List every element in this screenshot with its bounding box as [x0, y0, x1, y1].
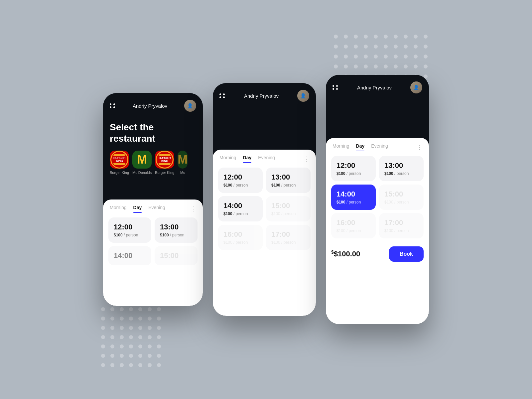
menu-icon[interactable]: [219, 93, 225, 98]
avatar-image: 👤: [410, 81, 422, 93]
time-slot[interactable]: 13:00 $100 / person: [155, 217, 198, 243]
avatar[interactable]: 👤: [297, 90, 309, 102]
time-slot[interactable]: 13:00 $100 / person: [266, 168, 311, 193]
phone-1: Andriy Pryvalov 👤 Select therestaurant B…: [103, 93, 203, 306]
time-slot[interactable]: 14:00 $100 / person: [218, 196, 263, 221]
time-slot[interactable]: 12:00 $100 / person: [108, 217, 151, 243]
time-tabs-3: Morning Day Evening ⋮: [326, 138, 429, 151]
more-options-icon[interactable]: ⋮: [303, 155, 309, 163]
time-slot-selected[interactable]: 14:00 $100 / person: [331, 185, 376, 210]
phone-3: Andriy Pryvalov 👤 Morning Day Evening ⋮ …: [326, 75, 429, 324]
time-slot[interactable]: 12:00 $100 / person: [331, 156, 376, 181]
tab-morning[interactable]: Morning: [332, 143, 349, 151]
tab-morning[interactable]: Morning: [110, 205, 127, 213]
time-grid-3: 12:00 $100 / person 13:00 $100 / person …: [326, 151, 429, 243]
restaurant-name: Mc Donalds: [132, 171, 152, 175]
tab-morning[interactable]: Morning: [219, 155, 236, 163]
restaurant-list: BURGERKING Burger King M Mc Donalds: [103, 149, 203, 180]
mc-logo: M: [132, 151, 152, 169]
tab-day[interactable]: Day: [356, 143, 365, 151]
time-slot-dimmed[interactable]: 16:00 $100 / person: [331, 213, 376, 238]
avatar[interactable]: 👤: [184, 100, 196, 112]
time-grid-2: 12:00 $100 / person 13:00 $100 / person …: [213, 163, 316, 255]
time-tabs: Morning Day Evening ⋮: [103, 200, 203, 213]
time-slot-dimmed[interactable]: 15:00: [155, 246, 198, 265]
restaurant-name: Burger King: [155, 171, 174, 175]
menu-icon[interactable]: [332, 85, 338, 90]
page-title: Select therestaurant: [103, 115, 203, 149]
restaurant-item[interactable]: BURGERKING Burger King: [110, 151, 129, 175]
avatar-image: 👤: [297, 90, 309, 102]
bk-logo: BURGERKING: [110, 151, 129, 169]
phone-2: Andriy Pryvalov 👤 Morning Day Evening ⋮ …: [213, 83, 316, 316]
header-username: Andriy Pryvalov: [244, 93, 279, 99]
restaurant-item[interactable]: BURGERKING Burger King: [155, 151, 174, 175]
restaurant-name: Burger King: [110, 171, 129, 175]
time-slot-dimmed[interactable]: 17:00 $100 / person: [266, 225, 311, 250]
tab-evening[interactable]: Evening: [148, 205, 165, 213]
bk-logo-2: BURGERKING: [155, 151, 174, 169]
avatar[interactable]: 👤: [410, 81, 422, 93]
mc-logo-partial: M: [178, 151, 188, 169]
phone-2-header: Andriy Pryvalov 👤: [213, 83, 316, 105]
time-slot[interactable]: 12:00 $100 / person: [218, 168, 263, 193]
booking-card-2: Morning Day Evening ⋮ 12:00 $100 / perso…: [213, 150, 316, 316]
time-slot-dimmed[interactable]: 17:00 $100 / person: [379, 213, 424, 238]
tab-day[interactable]: Day: [133, 205, 142, 213]
restaurant-name: Mc: [180, 171, 185, 175]
time-tabs-2: Morning Day Evening ⋮: [213, 150, 316, 163]
booking-footer: $$100.00 Book: [326, 243, 429, 267]
time-slot-dimmed[interactable]: 16:00 $100 / person: [218, 225, 263, 250]
time-slot-dimmed[interactable]: 15:00 $100 / person: [379, 185, 424, 210]
booking-card-1: Morning Day Evening ⋮ 12:00 $100 / perso…: [103, 200, 203, 306]
header-username: Andriy Pryvalov: [133, 103, 167, 109]
time-slot[interactable]: 13:00 $100 / person: [379, 156, 424, 181]
phone-3-header: Andriy Pryvalov 👤: [326, 75, 429, 97]
booking-card-3: Morning Day Evening ⋮ 12:00 $100 / perso…: [326, 138, 429, 324]
restaurant-item-partial[interactable]: M Mc: [178, 151, 188, 175]
time-grid-1: 12:00 $100 / person 13:00 $100 / person …: [103, 213, 203, 270]
menu-icon[interactable]: [110, 103, 116, 108]
more-options-icon[interactable]: ⋮: [190, 205, 196, 212]
tab-evening[interactable]: Evening: [371, 143, 388, 151]
phone-1-header: Andriy Pryvalov 👤: [103, 93, 203, 115]
tab-day[interactable]: Day: [243, 155, 252, 163]
time-slot-partial[interactable]: 14:00: [108, 246, 151, 265]
phones-container: Andriy Pryvalov 👤 Select therestaurant B…: [103, 75, 429, 324]
avatar-image: 👤: [184, 100, 196, 112]
header-username: Andriy Pryvalov: [357, 85, 392, 90]
more-options-icon[interactable]: ⋮: [416, 144, 422, 151]
tab-evening[interactable]: Evening: [258, 155, 275, 163]
restaurant-item[interactable]: M Mc Donalds: [132, 151, 152, 175]
time-slot-dimmed[interactable]: 15:00 $100 / person: [266, 196, 311, 221]
book-button[interactable]: Book: [389, 246, 424, 262]
total-price: $$100.00: [331, 249, 360, 258]
